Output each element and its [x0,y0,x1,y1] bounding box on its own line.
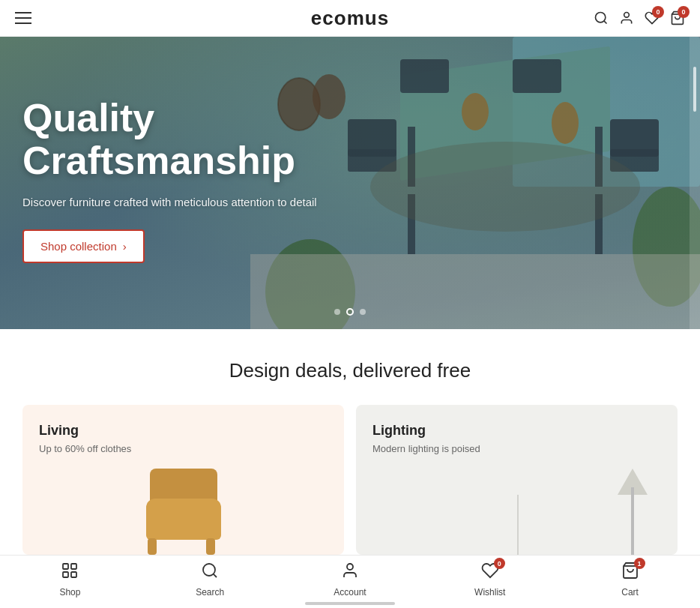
deal-card-living[interactable]: Living Up to 60% off clothes [22,405,344,555]
chair-leg-right [206,538,215,555]
deals-grid: Living Up to 60% off clothes Lighting Mo… [22,405,678,555]
svg-point-23 [313,74,346,119]
deals-section: Design deals, delivered free Living Up t… [0,329,700,577]
hero-scrollbar[interactable] [690,37,700,329]
hero-title-line2: Craftsmanship [22,139,295,182]
svg-point-17 [552,102,579,144]
chair-illustration [131,472,236,555]
svg-point-16 [462,93,489,130]
nav-item-shop[interactable]: Shop [40,562,100,598]
cart-badge: 0 [678,6,690,18]
nav-label-shop: Shop [59,587,80,598]
hero-illustration [250,37,700,329]
hero-section: Quality Craftsmanship Discover furniture… [0,37,700,329]
svg-rect-27 [71,572,76,577]
scrollbar-thumb [693,67,696,112]
nav-search-icon [201,562,219,584]
deal-card-lighting-title: Lighting [372,423,661,439]
logo[interactable]: ecomus [311,7,389,30]
deal-card-living-title: Living [39,423,328,439]
header-left [15,12,31,24]
nav-label-cart: Cart [621,587,639,598]
svg-rect-25 [71,564,76,569]
lamp-illustration [610,465,655,555]
lighting-divider [517,495,519,555]
deal-card-lighting-subtitle: Modern lighting is poised [372,443,661,454]
header: ecomus 0 0 [0,0,700,37]
shop-collection-arrow: › [123,240,127,253]
nav-cart-badge: 1 [634,558,645,569]
nav-account-icon [341,562,359,584]
svg-rect-14 [400,59,449,93]
svg-point-2 [624,13,630,18]
nav-item-cart[interactable]: 1 Cart [600,562,660,598]
deal-card-lighting[interactable]: Lighting Modern lighting is poised [356,405,678,555]
shop-collection-label: Shop collection [40,240,117,253]
shop-icon [61,562,79,584]
hero-dot-1[interactable] [334,309,340,315]
nav-label-wishlist: Wishlist [474,587,505,598]
hero-subtitle: Discover furniture crafted with meticulo… [22,196,317,208]
hero-dot-3[interactable] [360,309,366,315]
hero-content: Quality Craftsmanship Discover furniture… [22,97,317,263]
svg-rect-21 [250,254,700,329]
nav-item-account[interactable]: Account [320,562,380,598]
bottom-nav: Shop Search Account 0 Wishlist [0,555,700,608]
hero-dots [334,308,366,316]
nav-item-wishlist[interactable]: 0 Wishlist [460,562,520,598]
svg-point-28 [203,564,215,576]
nav-cart-icon: 1 [621,562,639,584]
nav-wishlist-icon: 0 [481,562,499,584]
lamp-stand [631,487,634,555]
wishlist-badge: 0 [652,6,664,18]
wishlist-button[interactable]: 0 [645,10,660,25]
shop-collection-button[interactable]: Shop collection › [22,229,145,263]
search-button[interactable] [594,10,609,25]
menu-icon[interactable] [15,12,31,24]
hero-title-line1: Quality [22,96,154,139]
svg-rect-15 [513,59,561,93]
hero-title: Quality Craftsmanship [22,97,317,182]
svg-point-30 [347,564,353,570]
header-right: 0 0 [594,10,685,25]
chair-leg-left [148,538,157,555]
deal-card-living-subtitle: Up to 60% off clothes [39,443,328,454]
hero-dot-2[interactable] [346,308,354,316]
chair-seat [146,499,221,540]
svg-rect-26 [63,572,68,577]
svg-line-29 [214,574,217,577]
svg-line-1 [604,21,607,24]
cart-button[interactable]: 0 [670,10,685,25]
nav-label-search: Search [196,587,224,598]
nav-label-account: Account [334,587,366,598]
nav-item-search[interactable]: Search [180,562,240,598]
deals-section-title: Design deals, delivered free [22,359,678,382]
nav-wishlist-badge: 0 [494,558,505,569]
svg-point-18 [370,142,640,232]
account-button[interactable] [619,10,634,25]
svg-rect-24 [63,564,68,569]
bottom-handle [305,602,395,605]
svg-point-0 [596,13,606,22]
